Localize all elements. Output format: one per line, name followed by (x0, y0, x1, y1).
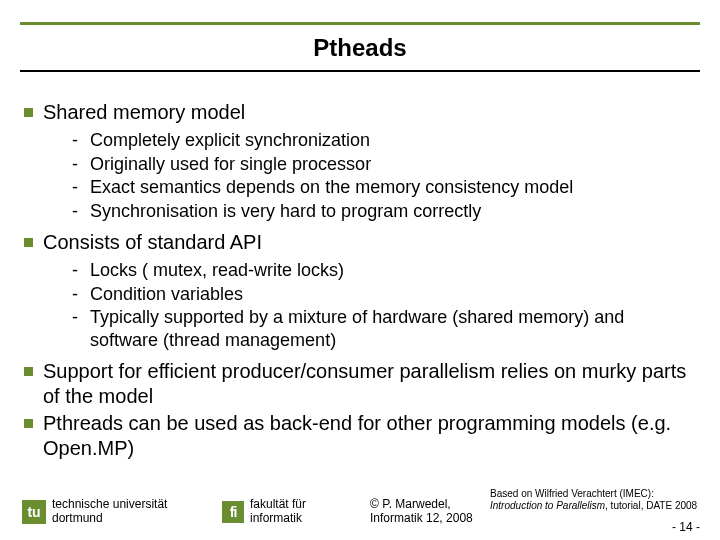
dash-bullet-icon: - (72, 283, 84, 306)
bullet-text: Completely explicit synchronization (90, 129, 370, 152)
dash-bullet-icon: - (72, 259, 84, 282)
page-number: - 14 - (672, 520, 700, 534)
copyright: © P. Marwedel, Informatik 12, 2008 (370, 498, 473, 526)
bullet-text: Originally used for single processor (90, 153, 371, 176)
bullet-level1: Support for efficient producer/consumer … (24, 359, 696, 409)
ref-prefix: Based on Wilfried Verachtert (IMEC): (490, 488, 654, 499)
fi-logo-mark: fi (222, 501, 244, 523)
fi-logo-text: fakultät für informatik (250, 498, 306, 526)
square-bullet-icon (24, 238, 33, 247)
bullet-level2: -Typically supported by a mixture of har… (72, 306, 696, 351)
square-bullet-icon (24, 108, 33, 117)
bullet-level2: -Condition variables (72, 283, 696, 306)
slide-content: Shared memory model -Completely explicit… (24, 92, 696, 461)
sub-bullets: -Locks ( mutex, read-write locks) -Condi… (72, 259, 696, 351)
bullet-text: Support for efficient producer/consumer … (43, 359, 696, 409)
copy-line2: Informatik 12, 2008 (370, 512, 473, 526)
tu-line1: technische universität (52, 498, 167, 512)
reference-citation: Based on Wilfried Verachtert (IMEC): Int… (490, 488, 700, 512)
dash-bullet-icon: - (72, 153, 84, 176)
bullet-level2: -Exact semantics depends on the memory c… (72, 176, 696, 199)
dash-bullet-icon: - (72, 306, 84, 329)
top-divider (20, 22, 700, 25)
slide-title: Ptheads (0, 34, 720, 62)
fi-logo: fi fakultät für informatik (222, 498, 306, 526)
bullet-level1: Shared memory model (24, 100, 696, 125)
tu-line2: dortmund (52, 512, 167, 526)
copy-line1: © P. Marwedel, (370, 498, 473, 512)
bullet-text: Exact semantics depends on the memory co… (90, 176, 573, 199)
ref-suffix: , tutorial, DATE 2008 (605, 500, 697, 511)
bullet-level2: -Synchronisation is very hard to program… (72, 200, 696, 223)
slide: Ptheads Shared memory model -Completely … (0, 0, 720, 540)
bullet-text: Consists of standard API (43, 230, 262, 255)
fi-line1: fakultät für (250, 498, 306, 512)
bullet-text: Locks ( mutex, read-write locks) (90, 259, 344, 282)
bullet-text: Synchronisation is very hard to program … (90, 200, 481, 223)
bullet-level2: -Completely explicit synchronization (72, 129, 696, 152)
square-bullet-icon (24, 419, 33, 428)
dash-bullet-icon: - (72, 176, 84, 199)
ref-title: Introduction to Parallelism (490, 500, 605, 511)
bullet-text: Shared memory model (43, 100, 245, 125)
footer: tu technische universität dortmund fi fa… (0, 486, 720, 540)
bullet-level2: -Originally used for single processor (72, 153, 696, 176)
tu-logo: tu technische universität dortmund (22, 498, 167, 526)
dash-bullet-icon: - (72, 129, 84, 152)
tu-logo-text: technische universität dortmund (52, 498, 167, 526)
bullet-text: Pthreads can be used as back-end for oth… (43, 411, 696, 461)
dash-bullet-icon: - (72, 200, 84, 223)
bullet-level1: Pthreads can be used as back-end for oth… (24, 411, 696, 461)
bullet-text: Condition variables (90, 283, 243, 306)
bullet-level1: Consists of standard API (24, 230, 696, 255)
square-bullet-icon (24, 367, 33, 376)
tu-logo-mark: tu (22, 500, 46, 524)
bullet-level2: -Locks ( mutex, read-write locks) (72, 259, 696, 282)
fi-line2: informatik (250, 512, 306, 526)
bullet-text: Typically supported by a mixture of hard… (90, 306, 696, 351)
title-divider (20, 70, 700, 72)
sub-bullets: -Completely explicit synchronization -Or… (72, 129, 696, 222)
